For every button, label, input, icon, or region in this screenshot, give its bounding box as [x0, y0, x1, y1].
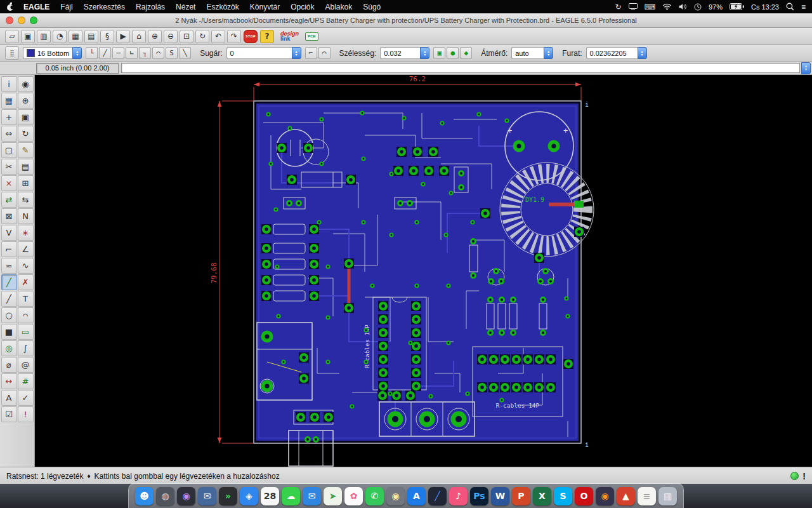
tool-cut[interactable]: ✂	[1, 159, 17, 175]
dock-icon-mail[interactable]: ✉	[303, 487, 321, 505]
pcbquote-logo[interactable]: PCB	[305, 32, 318, 41]
tool-attribute[interactable]: @	[18, 357, 34, 373]
dock-icon-mail-old[interactable]: ✉	[198, 487, 216, 505]
tool-show[interactable]: ◉	[18, 76, 34, 92]
bend-style-1[interactable]: ╱	[99, 47, 111, 59]
dock-icon-photos[interactable]: ✿	[344, 487, 363, 505]
dock-icon-facetime[interactable]: ✆	[365, 487, 384, 505]
toolbar-button-run[interactable]: ▶	[116, 30, 130, 43]
miter-style-0[interactable]: ⌐	[305, 47, 317, 59]
menu-8[interactable]: Ablakok	[325, 3, 353, 11]
tool-move[interactable]: +	[1, 109, 17, 125]
tool-split[interactable]: ∠	[18, 241, 34, 257]
diameter-stepper[interactable]: ▴▾	[544, 47, 553, 59]
tool-mirror[interactable]: ⇔	[1, 126, 17, 142]
zoom-button[interactable]	[30, 17, 37, 24]
dock-icon-opera[interactable]: O	[575, 487, 593, 505]
tool-replace[interactable]: ⇆	[18, 192, 34, 208]
dock-icon-trash[interactable]: ▥	[658, 487, 677, 505]
bend-style-2[interactable]: ─	[112, 47, 124, 59]
tool-name[interactable]: N	[18, 208, 34, 224]
dock-icon-finder[interactable]: ☻	[135, 487, 154, 505]
tool-signal[interactable]: ∫	[18, 340, 34, 356]
display-icon[interactable]	[629, 3, 638, 10]
apple-menu-icon[interactable]	[6, 2, 15, 11]
help-button[interactable]: ?	[260, 30, 274, 43]
menu-6[interactable]: Könyvtár	[250, 3, 280, 11]
tool-erc[interactable]: ✓	[18, 390, 34, 406]
tool-miter[interactable]: ⌐	[1, 241, 17, 257]
toolbar-button-zoom-fit[interactable]: ⌂	[132, 30, 146, 43]
toolbar-button-run-script[interactable]: §	[100, 30, 114, 43]
via-shape-2[interactable]: ◆	[460, 47, 472, 59]
radius-select[interactable]: 0 ▴▾	[226, 47, 301, 59]
tool-meander[interactable]: ∿	[18, 258, 34, 274]
dock-icon-textedit[interactable]: ≡	[638, 487, 656, 505]
dock-icon-calendar[interactable]: 28	[261, 487, 279, 505]
tool-via[interactable]: ◎	[1, 340, 17, 356]
dock-icon-stocks[interactable]: ╱	[428, 487, 447, 505]
toolbar-button-zoom-out[interactable]: ⊖	[164, 30, 178, 43]
toolbar-button-save[interactable]: ▣	[21, 30, 35, 43]
stop-button[interactable]: STOP	[244, 30, 258, 43]
tool-copy[interactable]: ▣	[18, 109, 34, 125]
toolbar-button-open[interactable]: ▱	[5, 30, 19, 43]
toolbar-button-redo[interactable]: ↷	[227, 30, 241, 43]
tool-circle[interactable]: ○	[1, 307, 17, 323]
via-shape-1[interactable]: ●	[447, 47, 459, 59]
tool-rotate[interactable]: ↻	[18, 126, 34, 142]
toolbar-button-cam-processor[interactable]: ◔	[53, 30, 67, 43]
tool-info[interactable]: i	[1, 76, 17, 92]
toolbar-button-zoom-redraw[interactable]: ↻	[195, 30, 209, 43]
wifi-icon[interactable]	[662, 3, 672, 10]
tool-ripup[interactable]: ✗	[18, 274, 34, 290]
diameter-select[interactable]: auto ▴▾	[511, 47, 553, 59]
dock-icon-safari[interactable]: ◈	[240, 487, 258, 505]
dock-icon-word[interactable]: W	[491, 487, 509, 505]
tool-add[interactable]: ⊞	[18, 175, 34, 191]
menu-3[interactable]: Rajzolás	[136, 3, 165, 11]
bend-style-5[interactable]: ⌒	[152, 47, 164, 59]
dock-icon-photoshop[interactable]: Ps	[470, 487, 488, 505]
tool-wire[interactable]: ╱	[1, 291, 17, 307]
keyboard-icon[interactable]: ⌨	[645, 3, 655, 11]
minimize-button[interactable]	[18, 17, 25, 24]
spotlight-search-icon[interactable]	[786, 3, 794, 11]
layer-select[interactable]: 16 Bottom ▴▾	[23, 47, 82, 59]
command-input[interactable]	[121, 63, 800, 73]
bend-style-3[interactable]: ∟	[126, 47, 138, 59]
notification-center-icon[interactable]: ≡	[801, 3, 806, 11]
dock-icon-terminal[interactable]: »	[219, 487, 237, 505]
dock-icon-launchpad[interactable]: ◍	[156, 487, 174, 505]
menu-2[interactable]: Szerkesztés	[84, 3, 125, 11]
tool-polygon[interactable]: ▭	[18, 324, 34, 340]
volume-icon[interactable]	[679, 3, 687, 10]
battery-icon[interactable]	[730, 3, 744, 10]
bend-style-4[interactable]: ┐	[139, 47, 151, 59]
designlink-logo[interactable]: design link	[280, 31, 299, 41]
tool-auto[interactable]: A	[1, 390, 17, 406]
tool-smash[interactable]: ∗	[18, 225, 34, 241]
toolbar-button-print[interactable]: ▥	[37, 30, 51, 43]
tool-change[interactable]: ✎	[18, 142, 34, 158]
toolbar-button-switch-editor[interactable]: ▦	[69, 30, 82, 43]
menu-5[interactable]: Eszközök	[206, 3, 239, 11]
menu-1[interactable]: Fájl	[60, 3, 72, 11]
dock-icon-messages[interactable]: ☁	[282, 487, 300, 505]
via-shape-0[interactable]: ▣	[433, 47, 445, 59]
menu-7[interactable]: Opciók	[291, 3, 314, 11]
radius-stepper[interactable]: ▴▾	[292, 47, 301, 59]
bend-style-6[interactable]: S	[166, 47, 178, 59]
dock-icon-photo-booth[interactable]: ◉	[386, 487, 405, 505]
tool-paste[interactable]: ▤	[18, 159, 34, 175]
grid-button[interactable]: ⣿	[5, 46, 19, 60]
width-select[interactable]: 0.032 ▴▾	[380, 47, 429, 59]
tool-drc[interactable]: ☑	[1, 406, 17, 422]
tool-group[interactable]: ▢	[1, 142, 17, 158]
tool-rect[interactable]: ■	[1, 324, 17, 340]
dock-icon-skype[interactable]: S	[554, 487, 572, 505]
tool-text[interactable]: T	[18, 291, 34, 307]
tool-dimension[interactable]: ↔	[1, 373, 17, 389]
dock-icon-powerpoint[interactable]: P	[512, 487, 530, 505]
tool-mark[interactable]: ⊕	[18, 93, 34, 109]
